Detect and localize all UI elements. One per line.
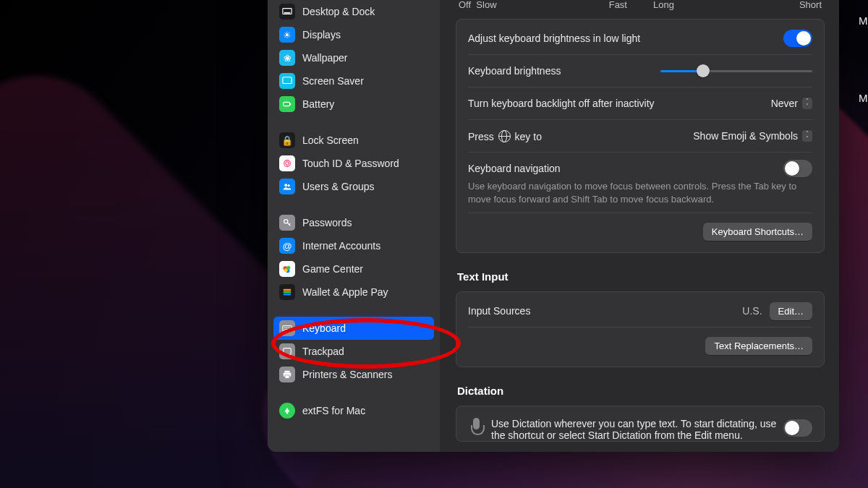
- sidebar-item-printers[interactable]: Printers & Scanners: [268, 363, 440, 386]
- auto-brightness-toggle[interactable]: [783, 30, 812, 47]
- extfs-icon: [279, 403, 295, 419]
- svg-rect-25: [285, 371, 290, 373]
- fn-key-label: Press key to: [468, 130, 693, 142]
- sidebar-item-label: Passwords: [302, 217, 352, 228]
- svg-rect-21: [288, 327, 289, 328]
- svg-rect-19: [285, 327, 286, 328]
- screensaver-icon: [279, 73, 295, 89]
- sidebar-item-label: Battery: [302, 98, 334, 110]
- sidebar-item-desktop[interactable]: Desktop & Dock: [268, 0, 440, 23]
- chevron-updown-icon: ˄˅: [802, 98, 812, 109]
- flower-icon: ❀: [279, 50, 295, 66]
- svg-rect-16: [284, 294, 292, 296]
- sidebar-item-label: Internet Accounts: [302, 240, 380, 252]
- sidebar-item-displays[interactable]: ☀ Displays: [268, 23, 440, 46]
- keyboard-shortcuts-button[interactable]: Keyboard Shortcuts…: [703, 223, 812, 241]
- svg-rect-22: [289, 327, 290, 328]
- backlight-off-popup[interactable]: Never ˄˅: [771, 98, 812, 109]
- keyboard-nav-toggle[interactable]: [783, 160, 812, 177]
- sidebar-item-trackpad[interactable]: Trackpad: [268, 340, 440, 363]
- svg-rect-15: [284, 291, 292, 294]
- sidebar-item-label: Game Center: [302, 263, 363, 275]
- sidebar-item-label: Users & Groups: [302, 181, 375, 192]
- svg-rect-28: [286, 412, 289, 414]
- auto-brightness-label: Adjust keyboard brightness in low light: [468, 33, 783, 44]
- sidebar-item-label: Lock Screen: [302, 134, 359, 146]
- trackpad-icon: [279, 343, 295, 359]
- dictation-panel: Use Dictation wherever you can type text…: [456, 406, 825, 442]
- svg-point-6: [286, 162, 289, 165]
- sidebar-item-keyboard[interactable]: Keyboard: [273, 317, 434, 340]
- sidebar-item-battery[interactable]: Battery: [268, 93, 440, 116]
- menubar-clock-edge: M M: [859, 14, 868, 104]
- text-input-title: Text Input: [457, 270, 825, 283]
- svg-rect-3: [284, 102, 290, 106]
- users-icon: [279, 179, 295, 194]
- keyboard-nav-help: Use keyboard navigation to move focus be…: [468, 177, 812, 213]
- battery-icon: [279, 96, 295, 112]
- svg-point-5: [284, 160, 291, 167]
- input-sources-edit-button[interactable]: Edit…: [770, 302, 812, 320]
- fingerprint-icon: [279, 155, 295, 171]
- microphone-icon: [469, 418, 484, 438]
- wallet-icon: [279, 284, 295, 300]
- sidebar-item-wallpaper[interactable]: ❀ Wallpaper: [268, 46, 440, 69]
- svg-point-8: [288, 184, 290, 187]
- backlight-off-label: Turn keyboard backlight off after inacti…: [468, 98, 771, 109]
- keyboard-options-panel: Adjust keyboard brightness in low light …: [456, 19, 825, 253]
- sidebar-item-label: Keyboard: [302, 322, 346, 334]
- svg-rect-14: [284, 289, 292, 291]
- keyboard-settings-pane: Off Slow Fast Long Short Adjust keyboard…: [440, 0, 839, 452]
- svg-point-7: [284, 184, 287, 187]
- svg-rect-27: [285, 375, 289, 378]
- sidebar-item-users[interactable]: Users & Groups: [268, 175, 440, 198]
- desktop-wallpaper: M M ✋ Privacy & Security Desktop & Dock …: [0, 0, 868, 488]
- sidebar-item-label: Wallpaper: [302, 52, 348, 64]
- at-icon: @: [279, 238, 295, 254]
- sidebar-item-internet-accounts[interactable]: @ Internet Accounts: [268, 234, 440, 257]
- sidebar-item-extfs[interactable]: extFS for Mac: [268, 399, 440, 422]
- input-sources-label: Input Sources: [468, 305, 742, 317]
- svg-rect-17: [283, 326, 292, 331]
- slider-labels-row: Off Slow Fast Long Short: [456, 0, 825, 10]
- svg-rect-2: [283, 77, 292, 84]
- globe-icon: [498, 130, 511, 142]
- brightness-label: Keyboard brightness: [468, 65, 660, 77]
- sidebar-item-wallet[interactable]: Wallet & Apple Pay: [268, 281, 440, 304]
- dictation-title: Dictation: [457, 385, 825, 397]
- sidebar-item-label: Desktop & Dock: [302, 6, 375, 17]
- sun-icon: ☀: [279, 27, 295, 43]
- sidebar-item-lock-screen[interactable]: 🔒 Lock Screen: [268, 129, 440, 152]
- printer-icon: [279, 367, 295, 382]
- input-sources-value: U.S.: [742, 305, 762, 317]
- text-replacements-button[interactable]: Text Replacements…: [705, 337, 812, 355]
- sidebar-item-passwords[interactable]: Passwords: [268, 211, 440, 234]
- sidebar-item-touch-id[interactable]: Touch ID & Password: [268, 152, 440, 175]
- dictation-toggle[interactable]: [783, 419, 812, 437]
- sidebar-item-label: Touch ID & Password: [302, 158, 399, 169]
- dictation-help: Use Dictation wherever you can type text…: [491, 418, 783, 441]
- brightness-slider[interactable]: [660, 64, 812, 78]
- svg-point-13: [284, 268, 288, 272]
- svg-rect-20: [286, 327, 287, 328]
- sidebar-item-label: Printers & Scanners: [302, 369, 393, 380]
- chevron-updown-icon: ˄˅: [802, 130, 812, 142]
- keyboard-nav-label: Keyboard navigation: [468, 163, 783, 174]
- sidebar-item-label: Displays: [302, 29, 341, 40]
- sidebar-item-screen-saver[interactable]: Screen Saver: [268, 69, 440, 93]
- svg-rect-24: [284, 348, 292, 355]
- sidebar-item-game-center[interactable]: Game Center: [268, 257, 440, 281]
- sidebar-item-label: extFS for Mac: [302, 405, 365, 416]
- key-icon: [279, 215, 295, 231]
- fn-key-popup[interactable]: Show Emoji & Symbols ˄˅: [693, 130, 812, 142]
- gamecenter-icon: [279, 261, 295, 277]
- svg-rect-18: [284, 327, 285, 328]
- sidebar-item-label: Wallet & Apple Pay: [302, 286, 388, 298]
- system-settings-window: ✋ Privacy & Security Desktop & Dock ☀ Di…: [268, 0, 839, 452]
- text-input-panel: Input Sources U.S. Edit… Text Replacemen…: [456, 291, 825, 367]
- keyboard-icon: [279, 320, 295, 336]
- sidebar-item-label: Trackpad: [302, 346, 344, 357]
- svg-rect-1: [284, 12, 291, 14]
- sidebar-item-label: Screen Saver: [302, 75, 364, 87]
- svg-rect-4: [290, 103, 291, 106]
